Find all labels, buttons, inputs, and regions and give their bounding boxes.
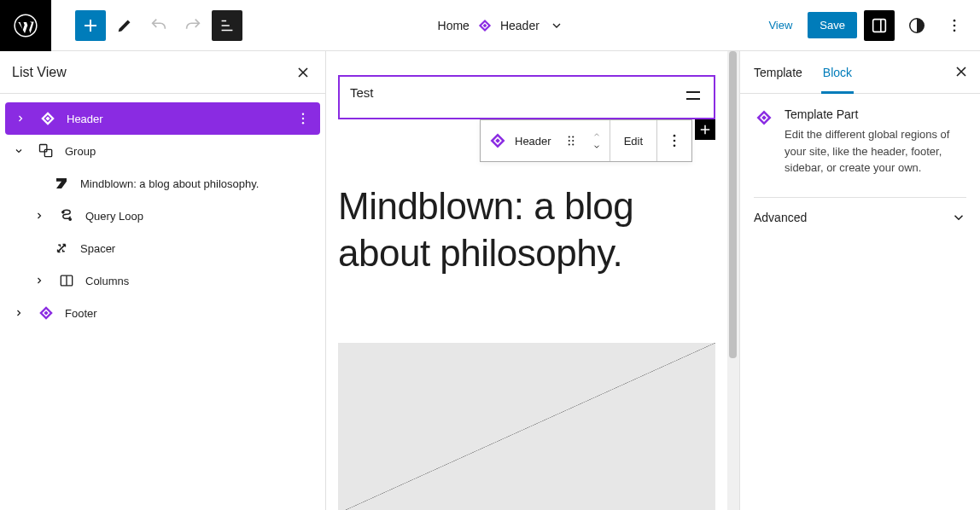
list-item-group[interactable]: Group [3, 135, 322, 167]
list-item-label: Footer [65, 307, 315, 320]
list-item-more-button[interactable] [293, 111, 313, 126]
list-item-footer[interactable]: Footer [3, 297, 322, 329]
styles-button[interactable] [901, 10, 932, 41]
svg-point-30 [568, 143, 569, 145]
list-item-query-loop[interactable]: Query Loop [3, 200, 322, 232]
toggle-block-inserter-button[interactable] [75, 10, 106, 41]
tab-block[interactable]: Block [823, 51, 852, 93]
list-item-columns[interactable]: Columns [3, 264, 322, 297]
header-block[interactable]: Test [338, 75, 715, 119]
move-down-button[interactable] [591, 142, 603, 151]
query-loop-icon [56, 207, 77, 224]
list-item-spacer[interactable]: Spacer [3, 232, 322, 264]
document-dropdown-button[interactable] [546, 15, 567, 36]
heading-icon [51, 176, 72, 191]
svg-point-34 [674, 145, 676, 148]
tools-button[interactable] [109, 10, 140, 41]
close-sidebar-button[interactable] [953, 63, 970, 80]
svg-point-12 [302, 113, 304, 115]
undo-button[interactable] [143, 10, 174, 41]
list-item-label: Columns [85, 275, 315, 287]
block-more-button[interactable] [657, 120, 691, 161]
options-button[interactable] [939, 10, 970, 41]
view-link[interactable]: View [760, 14, 801, 37]
list-item-heading[interactable]: Mindblown: a blog about philosophy. [3, 167, 322, 200]
svg-point-29 [572, 140, 574, 142]
svg-point-14 [302, 122, 304, 124]
document-overview-button[interactable] [212, 10, 242, 41]
svg-point-26 [568, 136, 569, 137]
list-item-header[interactable]: Header [5, 102, 320, 135]
svg-point-31 [572, 143, 574, 145]
featured-image-placeholder[interactable] [338, 343, 715, 510]
scrollbar-thumb[interactable] [729, 51, 737, 358]
block-panel-description: Edit the different global regions of you… [785, 126, 966, 177]
template-part-icon [476, 17, 493, 34]
redo-button[interactable] [178, 10, 208, 41]
move-up-button[interactable] [591, 130, 603, 139]
page-heading[interactable]: Mindblown: a blog about philosophy. [338, 183, 715, 276]
breadcrumb-current[interactable]: Header [500, 19, 540, 32]
add-block-button[interactable] [695, 119, 715, 140]
svg-point-8 [954, 29, 956, 32]
list-item-label: Header [67, 113, 284, 125]
close-list-view-button[interactable] [293, 62, 313, 83]
canvas-scrollbar[interactable] [727, 51, 739, 510]
list-item-label: Query Loop [85, 210, 315, 223]
spacer-icon [51, 241, 72, 256]
columns-icon [56, 272, 77, 289]
svg-point-7 [954, 24, 956, 26]
svg-rect-15 [40, 145, 47, 152]
block-type-icon[interactable] [481, 120, 515, 161]
svg-point-17 [62, 212, 64, 213]
svg-point-32 [674, 135, 676, 137]
drag-handle[interactable] [558, 133, 584, 148]
svg-rect-4 [873, 19, 886, 32]
svg-point-33 [674, 140, 676, 142]
edit-button[interactable]: Edit [610, 120, 657, 161]
svg-point-27 [572, 136, 574, 137]
list-view-title: List View [12, 65, 67, 80]
advanced-panel-toggle[interactable]: Advanced [754, 197, 966, 225]
block-panel-title: Template Part [785, 107, 966, 121]
block-toolbar: Header Edit [480, 119, 692, 162]
svg-point-18 [69, 218, 71, 220]
breadcrumb-parent[interactable]: Home [438, 19, 470, 32]
list-item-label: Group [65, 145, 315, 158]
svg-rect-16 [44, 149, 51, 156]
wp-logo[interactable] [0, 0, 51, 51]
svg-point-28 [568, 140, 569, 142]
block-type-label: Header [515, 135, 558, 148]
list-item-label: Spacer [80, 242, 315, 255]
template-part-icon [754, 107, 774, 177]
group-icon [36, 142, 56, 159]
template-part-icon [38, 109, 58, 128]
site-title[interactable]: Test [350, 85, 374, 100]
chevron-down-icon [951, 210, 966, 225]
settings-button[interactable] [864, 10, 895, 41]
list-item-label: Mindblown: a blog about philosophy. [80, 177, 315, 190]
svg-point-13 [302, 118, 304, 119]
template-part-icon [36, 304, 56, 322]
svg-point-6 [954, 19, 956, 21]
tab-template[interactable]: Template [754, 51, 802, 93]
save-button[interactable]: Save [808, 12, 857, 38]
navigation-toggle-icon[interactable] [683, 85, 703, 106]
